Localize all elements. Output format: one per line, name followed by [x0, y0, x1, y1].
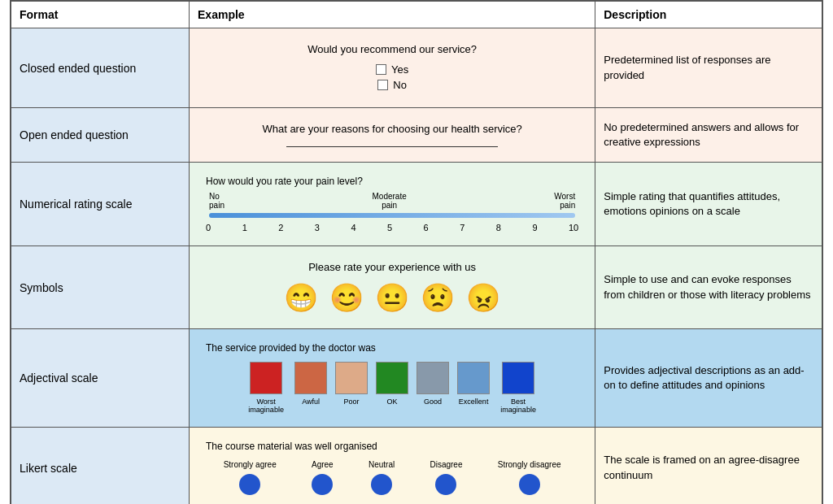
- likert-label-disagree: Disagree: [430, 460, 462, 469]
- table-header-row: Format Example Description: [11, 2, 822, 28]
- desc-numerical: Simple rating that quantifies attitudes,…: [595, 163, 822, 246]
- square-best: [502, 362, 534, 394]
- square-item-awful: Awful: [294, 362, 327, 406]
- square-item-best: Best imaginable: [498, 362, 539, 414]
- example-symbols: Please rate your experience with us 😁 😊 …: [190, 246, 595, 329]
- format-symbols: Symbols: [11, 246, 190, 329]
- likert-item-agree: Agree: [312, 460, 334, 495]
- square-awful: [294, 362, 327, 394]
- emoji-3: 😐: [375, 281, 409, 314]
- likert-circle-strongly-agree: [239, 474, 260, 495]
- square-ok: [376, 362, 408, 394]
- header-example: Example: [190, 2, 595, 28]
- header-format: Format: [11, 2, 190, 28]
- likert-options: Strongly agree Agree Neutral: [206, 460, 578, 495]
- square-label-best: Best imaginable: [498, 398, 539, 414]
- likert-item-disagree: Disagree: [430, 460, 462, 495]
- example-open: What are your reasons for choosing our h…: [190, 108, 595, 163]
- closed-option-no: No: [377, 79, 407, 91]
- square-item-worst: Worst imaginable: [246, 362, 286, 414]
- format-adjectival: Adjectival scale: [11, 329, 190, 428]
- format-closed: Closed ended question: [11, 28, 190, 108]
- desc-symbols: Simple to use and can evoke responses fr…: [595, 246, 822, 329]
- likert-circle-neutral: [371, 474, 392, 495]
- example-likert: The course material was well organised S…: [190, 428, 595, 505]
- likert-label-strongly-agree: Strongly agree: [224, 460, 277, 469]
- table-row: Symbols Please rate your experience with…: [11, 246, 822, 329]
- example-adjectival: The service provided by the doctor was W…: [190, 329, 595, 428]
- main-table: Format Example Description Closed ended …: [10, 0, 823, 504]
- open-answer-line: [286, 146, 498, 147]
- open-question: What are your reasons for choosing our h…: [262, 123, 521, 135]
- label-moderate-pain: Moderatepain: [372, 192, 406, 210]
- likert-circle-strongly-disagree: [519, 474, 540, 495]
- square-excellent: [457, 362, 490, 394]
- color-squares: Worst imaginable Awful Poor: [206, 362, 578, 414]
- label-no-pain: Nopain: [209, 192, 225, 210]
- emoji-5: 😠: [466, 281, 500, 314]
- likert-circle-agree: [312, 474, 333, 495]
- numerical-question: How would you rate your pain level?: [206, 176, 578, 187]
- closed-question: Would you recommend our service?: [307, 43, 477, 55]
- likert-label-strongly-disagree: Strongly disagree: [498, 460, 561, 469]
- emoji-4: 😟: [421, 281, 455, 314]
- table-row: Closed ended question Would you recommen…: [11, 28, 822, 108]
- square-item-good: Good: [416, 362, 449, 406]
- likert-label-neutral: Neutral: [369, 460, 395, 469]
- checkbox-yes: [376, 64, 386, 75]
- format-likert: Likert scale: [11, 428, 190, 505]
- square-label-worst: Worst imaginable: [246, 398, 286, 414]
- emoji-1: 😁: [284, 281, 318, 314]
- likert-item-strongly-agree: Strongly agree: [224, 460, 277, 495]
- desc-open: No predetermined answers and allows for …: [595, 108, 822, 163]
- desc-likert: The scale is framed on an agree-disagree…: [595, 428, 822, 505]
- example-numerical: How would you rate your pain level? Nopa…: [190, 163, 595, 246]
- table-row: Adjectival scale The service provided by…: [11, 329, 822, 428]
- symbols-question: Please rate your experience with us: [308, 261, 476, 273]
- table-row: Likert scale The course material was wel…: [11, 428, 822, 505]
- square-item-ok: OK: [376, 362, 408, 406]
- likert-question: The course material was well organised: [206, 441, 578, 452]
- square-worst: [250, 362, 282, 394]
- square-label-ok: OK: [387, 398, 398, 406]
- label-worst-pain: Worstpain: [554, 192, 575, 210]
- checkbox-no: [377, 80, 388, 90]
- scale-numbers: 0 1 2 3 4 5 6 7 8 9 10: [206, 223, 578, 232]
- closed-yes-label: Yes: [391, 63, 408, 76]
- square-label-good: Good: [424, 398, 442, 406]
- format-open: Open ended question: [11, 108, 190, 163]
- table-row: Numerical rating scale How would you rat…: [11, 163, 822, 246]
- square-poor: [335, 362, 368, 394]
- square-item-excellent: Excellent: [457, 362, 490, 406]
- likert-item-neutral: Neutral: [369, 460, 395, 495]
- desc-closed: Predetermined list of responses are prov…: [595, 28, 822, 108]
- emoji-2: 😊: [329, 281, 364, 314]
- table-row: Open ended question What are your reason…: [11, 108, 822, 163]
- scale-track: [209, 213, 575, 218]
- square-label-poor: Poor: [344, 398, 360, 406]
- likert-item-strongly-disagree: Strongly disagree: [498, 460, 561, 495]
- square-item-poor: Poor: [335, 362, 368, 406]
- closed-no-label: No: [393, 79, 407, 91]
- emoji-row: 😁 😊 😐 😟 😠: [284, 281, 500, 314]
- square-label-awful: Awful: [302, 398, 320, 406]
- likert-label-agree: Agree: [312, 460, 334, 469]
- scale-labels: Nopain Moderatepain Worstpain: [206, 192, 578, 210]
- closed-option-yes: Yes: [376, 63, 408, 76]
- square-label-excellent: Excellent: [459, 398, 489, 406]
- square-good: [416, 362, 449, 394]
- header-description: Description: [595, 2, 822, 28]
- desc-adjectival: Provides adjectival descriptions as an a…: [595, 329, 822, 428]
- format-numerical: Numerical rating scale: [11, 163, 190, 246]
- example-closed: Would you recommend our service? Yes No: [190, 28, 595, 108]
- likert-circle-disagree: [435, 474, 456, 495]
- adjectival-question: The service provided by the doctor was: [206, 342, 578, 354]
